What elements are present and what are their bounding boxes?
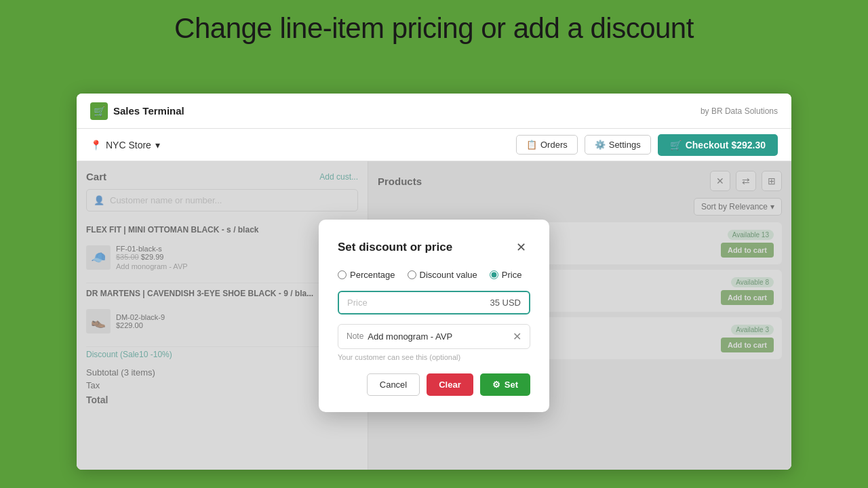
modal-radios: Percentage Discount value Price xyxy=(338,270,530,280)
gear-icon: ⚙️ xyxy=(595,140,606,150)
store-selector[interactable]: 📍 NYC Store ▾ xyxy=(90,140,160,150)
orders-button[interactable]: 📋 Orders xyxy=(516,135,578,155)
pin-icon: 📍 xyxy=(90,140,102,150)
app-window: 🛒 Sales Terminal by BR Data Solutions 📍 … xyxy=(77,94,791,470)
app-title: Sales Terminal xyxy=(113,105,184,117)
app-subheader: 📍 NYC Store ▾ 📋 Orders ⚙️ Settings 🛒 Che… xyxy=(77,129,791,161)
radio-percentage[interactable]: Percentage xyxy=(338,270,395,280)
price-currency-hint: 35 USD xyxy=(490,298,521,308)
clear-button[interactable]: Clear xyxy=(427,373,473,396)
app-header-left: 🛒 Sales Terminal xyxy=(90,102,184,120)
note-value: Add monogram - AVP xyxy=(368,331,513,342)
checkout-button[interactable]: 🛒 Checkout $292.30 xyxy=(658,134,778,156)
set-button[interactable]: ⚙ Set xyxy=(480,373,530,396)
note-input-wrap[interactable]: Note Add monogram - AVP ✕ xyxy=(338,324,530,349)
modal-actions: Cancel Clear ⚙ Set xyxy=(338,373,530,396)
store-name: NYC Store xyxy=(106,140,151,150)
cart-icon: 🛒 xyxy=(670,140,682,150)
price-input-container[interactable]: Price 35 USD xyxy=(338,291,530,314)
note-clear-button[interactable]: ✕ xyxy=(513,330,521,343)
radio-price[interactable]: Price xyxy=(490,270,522,280)
chevron-down-icon: ▾ xyxy=(155,140,160,150)
app-subtitle: by BR Data Solutions xyxy=(701,106,778,116)
subheader-actions: 📋 Orders ⚙️ Settings 🛒 Checkout $292.30 xyxy=(516,134,778,156)
page-headline: Change line-item pricing or add a discou… xyxy=(0,0,868,54)
discount-modal: Set discount or price ✕ Percentage Disco… xyxy=(319,220,549,412)
note-label: Note xyxy=(347,331,363,341)
price-placeholder: Price xyxy=(347,298,368,308)
app-header: 🛒 Sales Terminal by BR Data Solutions xyxy=(77,94,791,129)
refresh-icon: ⚙ xyxy=(492,380,500,390)
modal-title: Set discount or price xyxy=(338,241,452,254)
app-body: Cart Add cust... 👤 Customer name or numb… xyxy=(77,161,791,470)
settings-button[interactable]: ⚙️ Settings xyxy=(585,135,651,155)
modal-header: Set discount or price ✕ xyxy=(338,239,530,256)
app-logo-icon: 🛒 xyxy=(90,102,108,120)
note-hint: Your customer can see this (optional) xyxy=(338,353,530,361)
radio-discount-value[interactable]: Discount value xyxy=(408,270,477,280)
modal-overlay: Set discount or price ✕ Percentage Disco… xyxy=(77,161,791,470)
orders-icon: 📋 xyxy=(526,140,537,150)
cancel-button[interactable]: Cancel xyxy=(367,373,420,396)
modal-close-button[interactable]: ✕ xyxy=(512,239,530,256)
